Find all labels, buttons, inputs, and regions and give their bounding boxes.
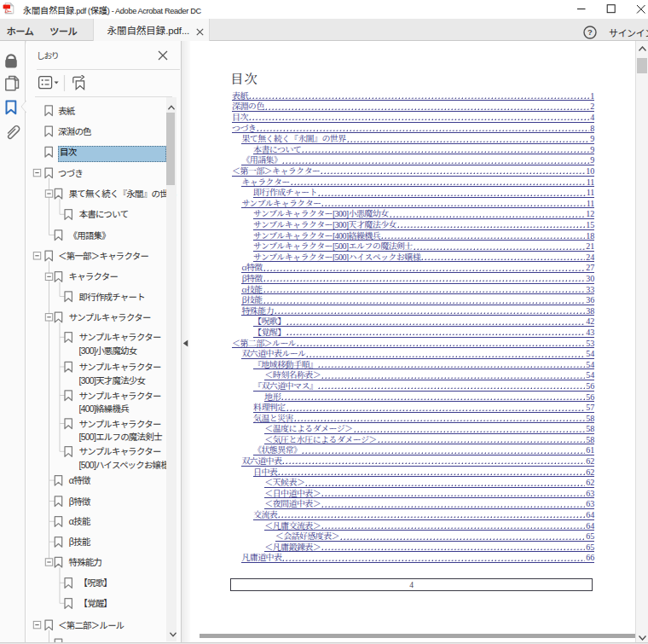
svg-text:?: ? [587,27,593,37]
